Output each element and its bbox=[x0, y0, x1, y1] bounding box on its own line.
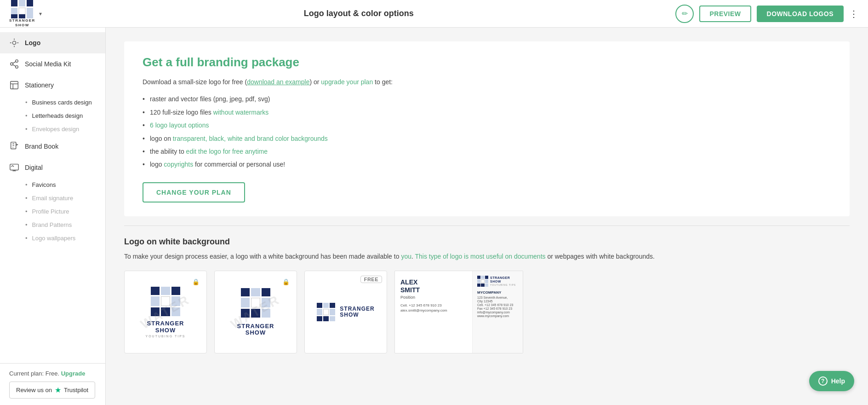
logo-section-desc: To make your design process easier, a lo… bbox=[124, 251, 850, 261]
svg-line-14 bbox=[13, 62, 16, 64]
help-button[interactable]: ? Help bbox=[809, 371, 854, 391]
svg-point-9 bbox=[12, 41, 16, 44]
svg-line-13 bbox=[13, 64, 16, 66]
logo-card-1[interactable]: 🔒 WATER STRANGER SHOW bbox=[124, 271, 207, 353]
logo-horizontal: STRANGER SHOW bbox=[317, 303, 374, 321]
sidebar-sub-logo-wallpapers: Logo wallpapers bbox=[0, 231, 105, 245]
sidebar-sub-letterheads[interactable]: Letterheads design bbox=[0, 109, 105, 122]
upgrade-list-item: the ability to edit the logo for free an… bbox=[143, 145, 831, 158]
brand-name: STRANGERSHOW bbox=[9, 18, 35, 27]
sidebar-label-digital: Digital bbox=[25, 164, 43, 171]
section-divider bbox=[124, 226, 850, 226]
sidebar-item-brandbook[interactable]: Brand Book bbox=[0, 136, 105, 157]
sidebar-label-stationery: Stationery bbox=[25, 81, 54, 89]
upgrade-desc: Download a small-size logo for free (dow… bbox=[143, 77, 831, 87]
change-plan-button[interactable]: CHANGE YOUR PLAN bbox=[143, 182, 245, 202]
sidebar-sub-business-cards[interactable]: Business cards design bbox=[0, 96, 105, 109]
you-link[interactable]: you bbox=[401, 253, 411, 260]
upgrade-list-item: 6 logo layout options bbox=[143, 119, 831, 132]
logo-card-3[interactable]: FREE STRANGER SHO bbox=[304, 271, 387, 353]
svg-rect-2 bbox=[27, 0, 33, 6]
business-card-preview: ALEXSMITT Position Cell. +12 345 678 910… bbox=[394, 271, 523, 353]
upgrade-list-item: 120 full-size logo files without waterma… bbox=[143, 106, 831, 119]
svg-point-11 bbox=[11, 63, 13, 65]
brandbook-icon bbox=[9, 141, 19, 151]
svg-rect-6 bbox=[11, 14, 17, 18]
logo-vertical-1: STRANGER SHOW YOUTUBING TIPS bbox=[146, 287, 186, 338]
example-link[interactable]: download an example bbox=[247, 78, 309, 86]
biz-card-company: STRANGER SHOW YOUTUBING TIPS MYCOMPANY 1… bbox=[472, 271, 523, 353]
sidebar-label-social: Social Media Kit bbox=[25, 60, 71, 68]
main-content: Get a full branding package Download a s… bbox=[106, 28, 868, 405]
svg-rect-8 bbox=[27, 14, 33, 18]
svg-line-22 bbox=[11, 165, 13, 167]
svg-line-23 bbox=[12, 165, 14, 167]
svg-rect-1 bbox=[19, 0, 25, 6]
biz-card-contact: ALEXSMITT Position Cell. +12 345 678 910… bbox=[395, 271, 472, 353]
sidebar-nav: Logo Social Media Kit Stationery Busines… bbox=[0, 28, 105, 363]
svg-point-10 bbox=[16, 60, 18, 63]
page-title: Logo layout & color options bbox=[304, 9, 414, 18]
header-left: STRANGERSHOW ▾ bbox=[9, 0, 42, 27]
svg-rect-3 bbox=[11, 8, 17, 14]
sidebar-item-digital[interactable]: Digital bbox=[0, 157, 105, 178]
sidebar-sub-profile-picture: Profile Picture bbox=[0, 205, 105, 218]
help-label: Help bbox=[831, 377, 845, 385]
logo-card-2[interactable]: 🔒 WATER STRANGER SHOW bbox=[214, 271, 297, 353]
logo-section-title: Logo on white background bbox=[124, 237, 850, 247]
sidebar: Logo Social Media Kit Stationery Busines… bbox=[0, 28, 106, 405]
sidebar-sub-email-signature: Email signature bbox=[0, 191, 105, 205]
stranger-show-icon bbox=[11, 0, 33, 18]
biz-card-logo: STRANGER SHOW YOUTUBING TIPS bbox=[477, 276, 516, 287]
svg-rect-0 bbox=[11, 0, 17, 6]
edit-button[interactable]: ✏ bbox=[675, 5, 694, 23]
help-circle-icon: ? bbox=[818, 376, 828, 386]
sidebar-label-brandbook: Brand Book bbox=[25, 143, 58, 150]
main-layout: Logo Social Media Kit Stationery Busines… bbox=[0, 28, 868, 405]
sidebar-sub-brand-patterns: Brand Patterns bbox=[0, 218, 105, 231]
logo-vertical-2: STRANGER SHOW bbox=[237, 288, 274, 336]
sidebar-footer: Current plan: Free. Upgrade Review us on… bbox=[0, 363, 105, 405]
svg-rect-7 bbox=[19, 14, 25, 18]
sidebar-sub-favicons[interactable]: Favicons bbox=[0, 178, 105, 191]
upgrade-list-item: logo copyrights for commercial or person… bbox=[143, 158, 831, 171]
trustpilot-star: ★ bbox=[55, 386, 61, 394]
download-button[interactable]: DOWNLOAD LOGOS bbox=[757, 6, 844, 22]
sidebar-item-social[interactable]: Social Media Kit bbox=[0, 53, 105, 75]
upgrade-list: raster and vector files (png, jpeg, pdf,… bbox=[143, 93, 831, 171]
sidebar-item-stationery[interactable]: Stationery bbox=[0, 75, 105, 96]
free-badge: FREE bbox=[360, 276, 382, 283]
brand-logo[interactable]: STRANGERSHOW bbox=[9, 0, 35, 27]
sidebar-label-logo: Logo bbox=[25, 39, 40, 46]
type-link[interactable]: This type of logo is most useful on docu… bbox=[415, 253, 545, 260]
lock-badge-2: 🔒 bbox=[280, 276, 292, 288]
svg-point-12 bbox=[16, 66, 18, 69]
social-icon bbox=[9, 59, 19, 69]
svg-rect-4 bbox=[19, 8, 25, 14]
digital-icon bbox=[9, 162, 19, 173]
upgrade-list-item: raster and vector files (png, jpeg, pdf,… bbox=[143, 93, 831, 105]
sidebar-item-logo[interactable]: Logo bbox=[0, 32, 105, 53]
logo-cards-row: 🔒 WATER STRANGER SHOW bbox=[124, 271, 850, 353]
svg-rect-5 bbox=[27, 8, 33, 14]
header: STRANGERSHOW ▾ Logo layout & color optio… bbox=[0, 0, 868, 28]
preview-button[interactable]: PREVIEW bbox=[699, 6, 751, 22]
upgrade-title: Get a full branding package bbox=[143, 55, 831, 69]
trustpilot-button[interactable]: Review us on ★ Trustpilot bbox=[9, 382, 95, 399]
sidebar-sub-envelopes: Envelopes design bbox=[0, 122, 105, 136]
lock-badge-1: 🔒 bbox=[190, 276, 202, 288]
more-options-button[interactable]: ⋮ bbox=[849, 8, 859, 19]
upgrade-link[interactable]: Upgrade bbox=[61, 370, 86, 377]
upgrade-box: Get a full branding package Download a s… bbox=[124, 41, 850, 216]
stationery-icon bbox=[9, 80, 19, 90]
plan-text: Current plan: Free. Upgrade bbox=[9, 370, 96, 377]
upgrade-list-item: logo on transparent, black, white and br… bbox=[143, 132, 831, 145]
header-actions: ✏ PREVIEW DOWNLOAD LOGOS ⋮ bbox=[675, 5, 859, 23]
brand-dropdown-icon[interactable]: ▾ bbox=[39, 11, 42, 17]
logo-icon bbox=[9, 38, 19, 48]
svg-rect-19 bbox=[10, 164, 18, 170]
svg-rect-15 bbox=[11, 81, 18, 89]
